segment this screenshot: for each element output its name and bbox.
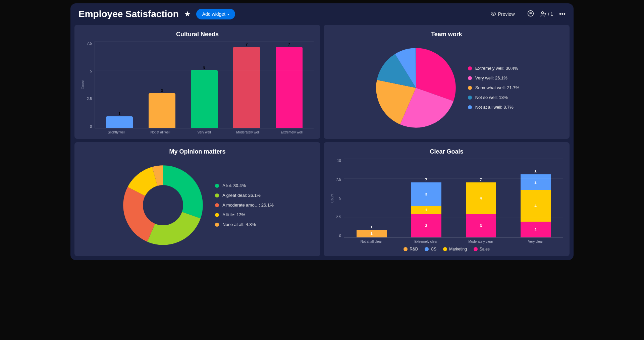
legend-item: CS	[425, 247, 436, 251]
stack-segment: 3	[466, 214, 496, 238]
legend-label: A lot: 30.4%	[222, 183, 246, 188]
legend-label: Extremely well: 30.4%	[475, 66, 518, 71]
stack-col: 7313	[410, 159, 443, 237]
y-tick: 0	[90, 124, 92, 128]
x-tick: Moderately well	[233, 130, 263, 134]
legend-label: Very well: 26.1%	[475, 75, 507, 80]
bars-area: 13577	[95, 41, 314, 128]
y-axis-label: Count	[81, 80, 85, 90]
legend-dot-icon	[404, 247, 408, 251]
piechart-team-work: Extremely well: 30.4%Very well: 26.1%Som…	[330, 41, 563, 134]
stack-area: 1173137438242	[344, 159, 563, 238]
bar-col: 5	[189, 41, 219, 128]
bar-rect	[191, 70, 218, 128]
y-tick: 10	[337, 159, 341, 163]
legend-dot-icon	[468, 86, 472, 90]
more-icon[interactable]: •••	[559, 11, 566, 18]
bar-value-label: 1	[118, 112, 120, 116]
add-widget-button[interactable]: Add widget ▾	[196, 9, 235, 19]
bar-rect	[106, 116, 133, 128]
bar-col: 1	[104, 41, 135, 128]
legend-dot-icon	[468, 76, 472, 80]
legend-dot-icon	[215, 223, 219, 227]
donut-hole	[143, 185, 183, 225]
divider	[521, 10, 521, 18]
legend-dot-icon	[468, 105, 472, 109]
legend-label: R&D	[410, 247, 418, 251]
stack-segment: 2	[521, 222, 551, 237]
share-count: / 1	[548, 11, 553, 17]
y-tick: 2.5	[336, 215, 341, 219]
panels-grid: Cultural Needs Count7.552.5013577Slightl…	[70, 25, 574, 260]
topbar: Employee Satisfaction ★ Add widget ▾ Pre…	[70, 3, 574, 25]
page-title: Employee Satisfaction	[78, 9, 179, 19]
bar-col: 7	[274, 41, 304, 128]
bar-value-label: 7	[246, 42, 248, 46]
legend-item: Extremely well: 30.4%	[468, 66, 520, 71]
legend-item: Sales	[474, 247, 490, 251]
x-tick: Not at all well	[145, 130, 175, 134]
y-tick: 7.5	[87, 41, 92, 45]
legend-dot-icon	[425, 247, 429, 251]
legend-item: A great deal: 26.1%	[215, 193, 273, 198]
pie-svg	[374, 46, 458, 130]
panel-title: My Opinion matters	[81, 148, 314, 155]
legend-item: R&D	[404, 247, 418, 251]
legend-dot-icon	[468, 96, 472, 100]
stack-col: 11	[355, 159, 388, 237]
legend-item: Somewhat well: 21.7%	[468, 85, 520, 90]
stack-col: 8242	[519, 159, 552, 237]
x-tick: Very well	[189, 130, 219, 134]
share-button[interactable]: / 1	[540, 11, 553, 17]
legend-label: Marketing	[449, 247, 467, 251]
y-tick: 2.5	[87, 97, 92, 101]
panel-team-work[interactable]: Team work Extremely well: 30.4%Very well…	[324, 25, 570, 139]
star-icon[interactable]: ★	[184, 10, 191, 18]
preview-button[interactable]: Preview	[491, 11, 515, 17]
stack-segment: 3	[411, 182, 441, 206]
donut-svg	[121, 163, 205, 247]
legend-label: A little: 13%	[222, 212, 245, 217]
pie-legend: Extremely well: 30.4%Very well: 26.1%Som…	[468, 66, 520, 110]
barchart-cultural-needs: Count7.552.5013577Slightly wellNot at al…	[81, 41, 314, 134]
legend-item: Marketing	[443, 247, 467, 251]
donut-legend: A lot: 30.4%A great deal: 26.1%A moderat…	[215, 183, 273, 227]
bar-value-label: 5	[203, 65, 205, 69]
legend-dot-icon	[443, 247, 447, 251]
stack-col: 743	[464, 159, 498, 237]
bar-col: 7	[231, 41, 262, 128]
stack-total-label: 7	[425, 178, 427, 182]
legend-dot-icon	[215, 213, 219, 217]
legend-dot-icon	[215, 193, 219, 197]
legend-item: Very well: 26.1%	[468, 75, 520, 80]
legend-item: A little: 13%	[215, 212, 273, 217]
panel-cultural-needs[interactable]: Cultural Needs Count7.552.5013577Slightl…	[74, 25, 320, 139]
panel-clear-goals[interactable]: Clear Goals Count107.552.501173137438242…	[324, 142, 570, 256]
stack-segment: 2	[521, 174, 551, 190]
stack-total-label: 1	[370, 225, 372, 229]
comment-icon[interactable]	[527, 10, 534, 18]
x-tick: Very clear	[519, 240, 552, 243]
chevron-down-icon: ▾	[227, 12, 229, 16]
x-tick: Not at all clear	[355, 240, 388, 243]
legend-label: Sales	[480, 247, 490, 251]
legend-item: A moderate amo…: 26.1%	[215, 203, 273, 208]
stack-segment: 4	[466, 182, 496, 214]
y-tick: 5	[339, 196, 341, 200]
stack-total-label: 7	[480, 178, 482, 182]
x-tick: Moderately clear	[464, 240, 497, 243]
panel-opinion[interactable]: My Opinion matters A lot: 30.4%A great d…	[74, 142, 320, 256]
bar-rect	[276, 47, 303, 128]
donutchart-opinion: A lot: 30.4%A great deal: 26.1%A moderat…	[81, 159, 314, 251]
panel-title: Cultural Needs	[81, 31, 314, 38]
legend-item: A lot: 30.4%	[215, 183, 273, 188]
svg-point-2	[541, 12, 544, 14]
legend-label: Not so well: 13%	[475, 95, 508, 100]
panel-title: Team work	[330, 31, 563, 38]
legend-dot-icon	[474, 247, 478, 251]
stack-legend: R&DCSMarketingSales	[330, 247, 563, 251]
bar-col: 3	[147, 41, 177, 128]
legend-item: Not at all well: 8.7%	[468, 105, 520, 110]
y-tick: 7.5	[336, 177, 341, 181]
legend-item: Not so well: 13%	[468, 95, 520, 100]
